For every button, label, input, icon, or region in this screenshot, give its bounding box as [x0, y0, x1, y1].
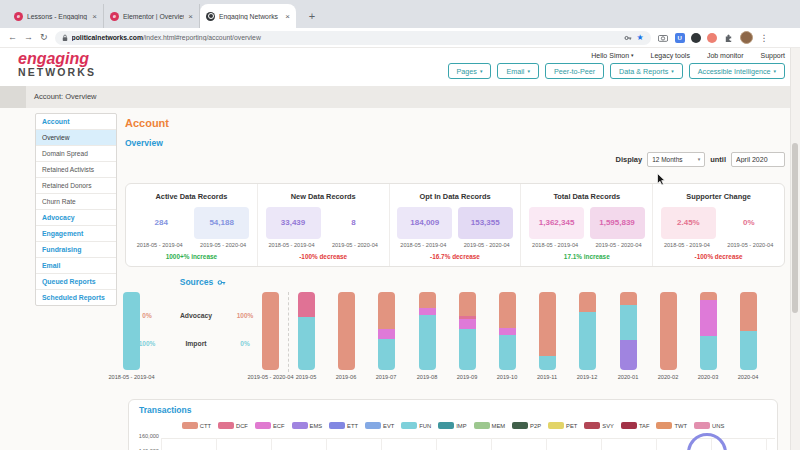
source-bar-2019-05[interactable]: [298, 292, 315, 370]
source-bar-2020-01[interactable]: [620, 292, 637, 370]
stat-value-cell: 8: [323, 207, 383, 239]
sidebar-item-scheduled-reports[interactable]: Scheduled Reports: [36, 290, 116, 305]
loading-spinner: [687, 433, 727, 450]
sidebar-item-retained-donors[interactable]: Retained Donors: [36, 178, 116, 194]
tab-close-icon[interactable]: ×: [285, 12, 290, 21]
dark-extension[interactable]: [691, 33, 701, 43]
nav-button-email[interactable]: Email▾: [497, 63, 539, 79]
legend-item-fun: FUN: [401, 422, 431, 429]
url-text: politicalnetworks.com/index.html#reporti…: [72, 34, 621, 41]
sidebar-item-overview[interactable]: Overview: [36, 130, 116, 146]
new-tab-button[interactable]: +: [304, 8, 320, 24]
nav-button-accessible-intelligence[interactable]: Accessible Intelligence▾: [689, 63, 785, 79]
gridline-vertical: [216, 438, 217, 450]
legend-item-pet: PET: [548, 422, 577, 429]
sources-divider: [288, 292, 289, 372]
bar-segment-orange: [262, 292, 279, 370]
source-bar-2020-03[interactable]: [700, 292, 717, 370]
legend-swatch: [218, 422, 234, 429]
sidebar-item-account[interactable]: Account: [36, 114, 116, 130]
password-key-icon[interactable]: [624, 34, 632, 42]
sidebar-item-queued-reports[interactable]: Queued Reports: [36, 274, 116, 290]
profile-avatar[interactable]: [740, 31, 753, 44]
source-bar-2020-04[interactable]: [740, 292, 757, 370]
display-months-select[interactable]: 12 Months ▾: [647, 152, 705, 167]
source-pct-right-import: 0%: [230, 340, 260, 347]
source-bar-2019-11[interactable]: [539, 292, 556, 370]
sidebar-item-advocacy[interactable]: Advocacy: [36, 210, 116, 226]
bar-segment-magenta: [459, 319, 476, 328]
sidebar-nav: AccountOverviewDomain SpreadRetained Act…: [35, 113, 117, 306]
sidebar-item-email[interactable]: Email: [36, 258, 116, 274]
nav-button-pages[interactable]: Pages▾: [448, 63, 492, 79]
legend-label: TAF: [639, 423, 650, 429]
source-bar-2019-09[interactable]: [459, 292, 476, 370]
source-bar-2019-06[interactable]: [338, 292, 355, 370]
tab-close-icon[interactable]: ×: [188, 12, 193, 21]
stat-card-total-data-records: Total Data Records1,362,3451,595,8392018…: [520, 184, 652, 266]
tab-close-icon[interactable]: ×: [92, 12, 97, 21]
sidebar-item-domain-spread[interactable]: Domain Spread: [36, 146, 116, 162]
source-bar-2020-02[interactable]: [660, 292, 677, 370]
browser-tab-engaging-networks[interactable]: Engaging Networks×: [200, 4, 296, 28]
bar-segment-pink: [298, 292, 315, 317]
source-bar-2019-08[interactable]: [419, 292, 436, 370]
breadcrumb-corner-block: [0, 86, 26, 108]
key-icon[interactable]: [217, 278, 226, 287]
stat-value-cell: 2.45%: [658, 207, 718, 239]
stat-periods-row: 2018-05 - 2019-042019-05 - 2020-04: [258, 242, 389, 248]
bar-segment-teal: [579, 312, 596, 370]
camera-icon[interactable]: [658, 34, 668, 42]
puzzle-extensions-icon[interactable]: [724, 33, 733, 42]
stat-value: 33,439: [266, 207, 321, 239]
blue-u-extension[interactable]: U: [675, 33, 685, 43]
legend-item-ctt: CTT: [182, 422, 211, 429]
nav-button-peer-to-peer[interactable]: Peer-to-Peer: [545, 63, 604, 79]
bookmark-star-icon[interactable]: ★: [636, 34, 643, 42]
sidebar-item-engagement[interactable]: Engagement: [36, 226, 116, 242]
stat-period-label: 2018-05 - 2019-04: [260, 242, 323, 248]
browser-tab-elementor-overview-report[interactable]: eElementor | Overview Report×: [104, 4, 200, 28]
bar-segment-orange: [419, 292, 436, 308]
sidebar-item-fundraising[interactable]: Fundraising: [36, 242, 116, 258]
url-domain: politicalnetworks.com: [72, 34, 143, 41]
back-icon[interactable]: ←: [8, 33, 17, 42]
source-bar-2018-05-2019-04[interactable]: [123, 292, 140, 370]
stat-card-supporter-change: Supporter Change2.45%0%2018-05 - 2019-04…: [652, 184, 784, 266]
scrollbar-track[interactable]: [790, 48, 800, 450]
source-bar-2019-12[interactable]: [579, 292, 596, 370]
source-bar-2019-05-2020-04[interactable]: [262, 292, 279, 370]
until-date-input[interactable]: [731, 152, 785, 167]
header-link-support[interactable]: Support: [760, 52, 785, 59]
header-link-hello-simon[interactable]: Hello Simon▾: [591, 52, 633, 59]
header-link-legacy-tools[interactable]: Legacy tools: [651, 52, 690, 59]
refresh-icon[interactable]: ↻: [40, 33, 48, 42]
chevron-down-icon: ▾: [698, 157, 701, 162]
stat-value: 1,595,839: [590, 207, 645, 239]
sidebar-item-retained-activists[interactable]: Retained Activists: [36, 162, 116, 178]
sidebar-item-churn-rate[interactable]: Churn Rate: [36, 194, 116, 210]
stat-periods-row: 2018-05 - 2019-042019-05 - 2020-04: [521, 242, 652, 248]
stat-value: 54,188: [194, 207, 249, 239]
browser-tab-lessons-engaging-networks[interactable]: eLessons - Engaging Networks×: [8, 4, 104, 28]
red-extension[interactable]: [707, 33, 717, 43]
address-bar[interactable]: politicalnetworks.com/index.html#reporti…: [55, 31, 651, 45]
source-bar-2019-10[interactable]: [499, 292, 516, 370]
legend-swatch: [621, 422, 637, 429]
source-bar-2019-07[interactable]: [378, 292, 395, 370]
nav-button-data-reports[interactable]: Data & Reports▾: [610, 63, 683, 79]
bar-segment-magenta: [499, 328, 516, 335]
screen: eLessons - Engaging Networks×eElementor …: [0, 0, 800, 450]
header-nav-buttons: Pages▾Email▾Peer-to-PeerData & Reports▾A…: [448, 63, 785, 79]
source-summary-label: 2018-05 - 2019-04: [93, 374, 170, 380]
header-link-job-monitor[interactable]: Job monitor: [707, 52, 744, 59]
legend-label: DCF: [236, 423, 248, 429]
source-month-label: 2020-02: [648, 374, 688, 380]
stat-value-cell: 284: [131, 207, 191, 239]
gridline-vertical: [161, 438, 162, 450]
forward-icon[interactable]: →: [24, 33, 33, 42]
logo-word-networks: NETWORKS: [18, 67, 96, 78]
scrollbar-thumb[interactable]: [792, 143, 798, 313]
browser-menu-icon[interactable]: ⋮: [760, 33, 769, 43]
legend-label: PET: [566, 423, 577, 429]
